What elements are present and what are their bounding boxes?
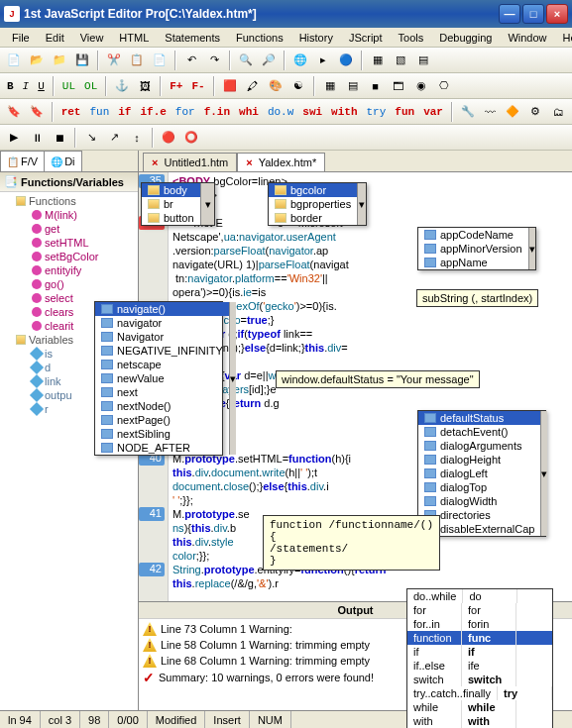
panel-tab-di[interactable]: 🌐 Di [44,151,81,171]
gutter-line[interactable] [139,549,165,563]
dropdown-icon[interactable]: ▾ [357,183,366,225]
palette-icon[interactable]: 🎨 [266,76,286,96]
menu-file[interactable]: File [4,30,38,46]
stmt-with[interactable]: with [328,104,360,120]
bp2-icon[interactable]: ⭕ [181,128,201,148]
tree-go[interactable]: go() [2,277,136,291]
fontminus-button[interactable]: F- [188,78,207,94]
popup-item[interactable]: dialogArguments [418,439,540,453]
gutter-line[interactable]: 41 [139,507,165,521]
find2-icon[interactable]: 🔎 [259,51,279,70]
gutter-line[interactable] [139,576,165,590]
menu-functions[interactable]: Functions [228,30,291,46]
panel-icon[interactable]: ▦ [368,51,388,70]
gutter-line[interactable] [139,271,165,285]
popup-item[interactable]: button [142,211,200,225]
snippet-item[interactable]: forfor [407,603,552,617]
stmt-if[interactable]: if [115,104,134,120]
tool-icon[interactable]: 🗂 [548,102,568,122]
redo-icon[interactable]: ↷ [204,51,224,70]
menu-debugging[interactable]: Debugging [431,30,500,46]
debug6-icon[interactable]: ↕ [127,128,147,148]
d1-icon[interactable]: ▦ [320,76,340,96]
popup-item[interactable]: br [142,197,200,211]
tree-icon[interactable]: ▤ [413,51,433,70]
d4-icon[interactable]: 🗔 [389,76,408,96]
menu-view[interactable]: View [72,30,112,46]
gutter-line[interactable]: 42 [139,563,165,576]
gutter-line[interactable] [139,258,165,271]
stmt-swi[interactable]: swi [299,104,325,120]
ul-button[interactable]: UL [59,78,78,94]
tool-icon[interactable]: 🔧 [458,102,478,122]
menu-tools[interactable]: Tools [391,30,432,46]
debug3-icon[interactable]: ⏹ [50,128,69,148]
fontplus-button[interactable]: F+ [167,78,185,94]
tree-entityify[interactable]: entityify [2,263,136,277]
snippet-item[interactable]: switchswitch [407,673,552,686]
d5-icon[interactable]: ◉ [411,76,431,96]
menu-jscript[interactable]: JScript [341,30,391,46]
popup-item[interactable]: defaultStatus [418,411,540,425]
snippet-item[interactable]: for..inforin [407,617,552,631]
debug5-icon[interactable]: ↗ [104,128,124,148]
menu-edit[interactable]: Edit [38,30,72,46]
cut-icon[interactable]: ✂️ [104,51,124,70]
snippet-item[interactable]: if..elseife [407,659,552,673]
popup-item[interactable]: bgcolor [269,183,357,197]
tool-icon[interactable]: ⚙ [525,102,545,122]
popup-item[interactable]: detachEvent() [418,425,540,439]
debug4-icon[interactable]: ↘ [81,128,101,148]
dropdown-icon[interactable]: ▾ [528,228,535,269]
snippet-item[interactable]: functionfunc [407,631,552,645]
stmt-fin[interactable]: f.in [201,104,233,120]
popup-item[interactable]: appName [418,256,528,269]
d3-icon[interactable]: ■ [366,76,386,96]
dropdown-icon[interactable]: ▾ [229,302,236,455]
bp-icon[interactable]: 🔴 [159,128,178,148]
popup-item[interactable]: Navigator [95,330,229,344]
gutter-line[interactable] [139,479,165,493]
tree-functions[interactable]: Functions [2,194,136,208]
debug2-icon[interactable]: ⏸ [27,128,47,148]
stmt-for[interactable]: for [172,104,198,120]
paste-icon[interactable]: 📄 [150,51,170,70]
ol-button[interactable]: OL [81,78,100,94]
undo-icon[interactable]: ↶ [181,51,201,70]
d6-icon[interactable]: ⎔ [434,76,454,96]
popup-item[interactable]: nextPage() [95,413,229,427]
code-line[interactable]: <BODY bgColor=linen> [172,174,568,188]
menu-window[interactable]: Window [500,30,554,46]
popup-item[interactable]: appCodeName [418,228,528,242]
underline-button[interactable]: U [35,78,48,94]
file-tab[interactable]: ×Yaldex.htm* [237,153,325,171]
popup-item[interactable]: dialogWidth [418,494,540,508]
stmt-dow[interactable]: do.w [265,104,296,120]
stmt-fun[interactable]: fun [86,104,112,120]
d2-icon[interactable]: ▤ [343,76,363,96]
minimize-button[interactable]: — [499,4,520,24]
italic-button[interactable]: I [20,78,33,94]
bm-icon[interactable]: 🔖 [4,102,24,122]
menu-history[interactable]: History [291,30,341,46]
close-button[interactable]: × [546,4,568,24]
snippet-item[interactable]: do..whiledo [407,589,552,603]
popup-item[interactable]: dialogTop [418,480,540,494]
panel-tab-fv[interactable]: 📋 F/V [0,151,45,171]
stmt-fun[interactable]: fun [392,104,417,120]
gutter-line[interactable] [139,230,165,244]
tree-get[interactable]: get [2,222,136,236]
gutter-line[interactable] [139,244,165,258]
close-tab-icon[interactable]: × [152,156,158,168]
close-tab-icon[interactable]: × [246,156,252,168]
browser-icon[interactable]: 🔵 [336,51,356,70]
code-line[interactable]: is={ie [172,202,568,216]
copy-icon[interactable]: 📋 [127,51,147,70]
code-line[interactable]: IPT> [172,188,568,202]
popup-item[interactable]: dialogHeight [418,453,540,467]
open2-icon[interactable]: 📁 [50,51,69,70]
popup-item[interactable]: navigate() [95,302,229,316]
popup-item[interactable]: navigator [95,316,229,330]
new-icon[interactable]: 📄 [4,51,24,70]
menu-statements[interactable]: Statements [157,30,228,46]
